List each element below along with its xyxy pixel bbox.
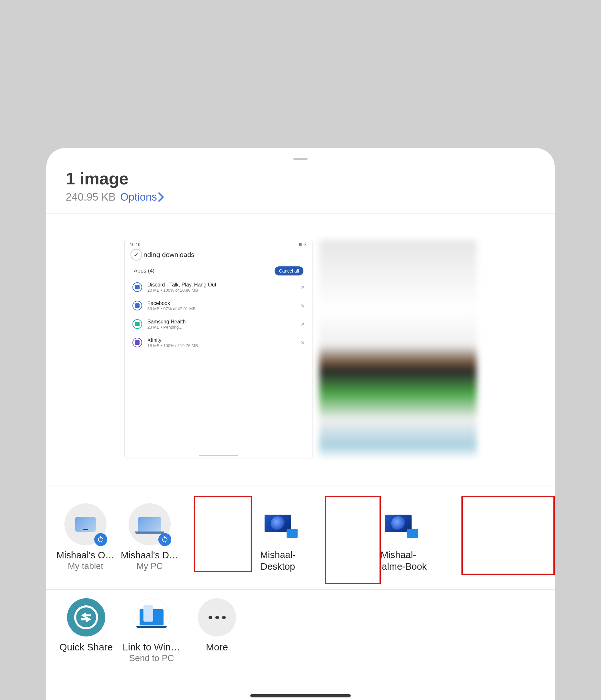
app-icon: [132, 338, 142, 347]
action-more[interactable]: More: [184, 598, 250, 653]
more-icon: [198, 598, 236, 636]
monitor-badge-icon: [287, 529, 297, 538]
preview-time: 10:10: [130, 242, 140, 247]
device-icon: [129, 503, 171, 545]
device-sub: My tablet: [68, 561, 103, 571]
close-icon: ×: [301, 302, 305, 309]
app-name: Facebook: [147, 300, 296, 306]
device-label: Mishaal-Desktop: [249, 549, 307, 573]
preview-page-title: nding downloads: [143, 251, 194, 258]
app-sub: 69 MB • 97% of 47.91 MB: [147, 306, 296, 311]
app-sub: 23 MB • Pending...: [147, 325, 296, 330]
app-name: Samsung Health: [147, 319, 296, 325]
device-item-desktop[interactable]: Mishaal-Desktop: [246, 502, 310, 573]
check-icon: ✓: [130, 249, 142, 260]
close-icon: ×: [301, 321, 305, 328]
laptop-icon: [138, 517, 161, 531]
preview-row: Samsung Health 23 MB • Pending... ×: [125, 315, 312, 333]
sync-badge-icon: [94, 533, 107, 546]
preview-battery: 99%: [299, 242, 307, 247]
preview-header: ✓ nding downloads: [125, 249, 312, 260]
nav-handle[interactable]: [250, 694, 351, 697]
monitor-badge-icon: [407, 529, 418, 538]
annotation-box: [325, 496, 381, 584]
annotation-box: [462, 496, 555, 575]
app-name: Xfinity: [147, 338, 296, 343]
share-title: 1 image: [66, 169, 535, 188]
link-to-windows-icon: [132, 598, 171, 636]
device-icon: [257, 502, 299, 545]
action-label: Quick Share: [59, 642, 113, 653]
app-sub: 18 MB • 100% of 19.76 MB: [147, 343, 296, 348]
annotation-box: [194, 496, 252, 572]
action-quick-share[interactable]: Quick Share: [53, 598, 119, 653]
device-sub: My PC: [137, 561, 163, 571]
windows-monitor-icon: [385, 515, 412, 532]
preview-thumbnail-2[interactable]: [319, 240, 477, 459]
preview-thumbnail-1[interactable]: 10:10 99% ✓ nding downloads Apps (4) Can…: [124, 240, 313, 459]
chevron-right-icon: [158, 193, 164, 202]
preview-apps-label: Apps (4): [134, 268, 154, 274]
options-label: Options: [120, 191, 157, 203]
share-subtitle: 240.95 KB Options: [66, 191, 535, 203]
preview-cancel-all: Cancel all: [275, 267, 304, 275]
action-link-to-windows[interactable]: Link to Win… Send to PC: [119, 598, 184, 664]
action-label: Link to Win…: [123, 642, 180, 653]
action-sub: Send to PC: [129, 653, 174, 664]
sync-badge-icon: [158, 533, 171, 546]
app-icon: [132, 319, 142, 329]
share-sheet: 1 image 240.95 KB Options 10:10 99% ✓ nd…: [46, 148, 555, 700]
preview-area[interactable]: 10:10 99% ✓ nding downloads Apps (4) Can…: [46, 214, 555, 485]
preview-subheader: Apps (4) Cancel all: [125, 260, 312, 278]
app-icon: [132, 301, 142, 310]
drag-handle[interactable]: [293, 158, 308, 160]
preview-row: Xfinity 18 MB • 100% of 19.76 MB ×: [125, 333, 312, 352]
quick-share-icon: [67, 598, 105, 636]
preview-nav-handle: [199, 455, 238, 456]
device-label: Mishaal's D…: [121, 550, 178, 561]
close-icon: ×: [301, 283, 305, 291]
preview-statusbar: 10:10 99%: [125, 240, 312, 249]
device-icon: [64, 503, 107, 545]
action-label: More: [206, 642, 228, 653]
preview-row: Discord - Talk, Play, Hang Out 20 MB • 1…: [125, 278, 312, 297]
device-icon: [377, 502, 419, 545]
close-icon: ×: [301, 339, 305, 346]
preview-row: Facebook 69 MB • 97% of 47.91 MB ×: [125, 297, 312, 315]
app-sub: 20 MB • 100% of 20.80 MB: [147, 288, 296, 293]
device-item-tablet[interactable]: Mishaal's O… My tablet: [53, 503, 117, 571]
windows-monitor-icon: [265, 515, 291, 532]
app-icon: [132, 282, 142, 292]
actions-row: Quick Share Link to Win… Send to PC More: [46, 590, 555, 672]
tablet-icon: [75, 517, 96, 532]
app-name: Discord - Talk, Play, Hang Out: [147, 282, 296, 288]
file-size: 240.95 KB: [66, 191, 115, 203]
device-label: Mishaal's O…: [56, 550, 115, 561]
device-item-pc[interactable]: Mishaal's D… My PC: [117, 503, 182, 571]
options-link[interactable]: Options: [120, 191, 164, 203]
